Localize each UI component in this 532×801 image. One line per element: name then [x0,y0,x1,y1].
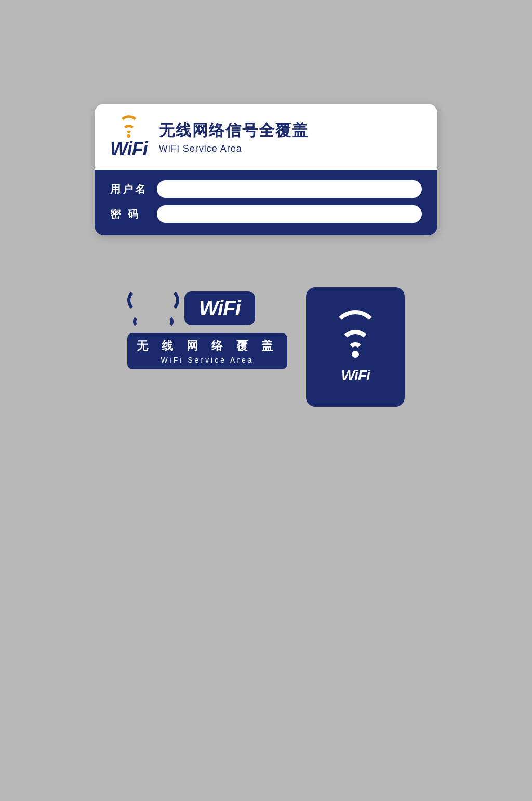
wifi-icon-label: WiFi [341,367,370,384]
bcast-right-arcs [155,288,179,328]
password-field-row: 密 码 [110,205,422,223]
left-wifi-group: WiFi 无 线 网 络 覆 盖 WiFi Service Area [127,287,288,369]
broadcast-icon [127,287,179,329]
username-label: 用户名 [110,182,152,196]
bcast-arc-left-sm [133,315,145,328]
wifi-badge: WiFi [184,291,255,325]
bcast-arc-right-lg [155,288,179,312]
card1-english-subtitle: WiFi Service Area [159,143,309,154]
left-top-row: WiFi [127,287,255,329]
wifi-text-block: 无 线 网 络 覆 盖 WiFi Service Area [127,333,288,369]
bcast-arc-left-lg [127,288,151,312]
wifi-text-logo: WiFi [110,140,148,158]
password-input-bar[interactable] [157,205,422,223]
card1-title-area: 无线网络信号全覆盖 WiFi Service Area [159,120,309,154]
wifi-icon-block: WiFi [306,287,405,407]
card1-chinese-title: 无线网络信号全覆盖 [159,120,309,141]
card1-header: WiFi 无线网络信号全覆盖 WiFi Service Area [95,104,437,170]
password-label: 密 码 [110,207,152,221]
username-input-bar[interactable] [157,180,422,198]
wifi-symbol-white [332,310,379,358]
bcast-left-arcs [127,288,151,328]
bottom-row: WiFi 无 线 网 络 覆 盖 WiFi Service Area WiFi [127,287,405,407]
username-field-row: 用户名 [110,180,422,198]
text-block-english: WiFi Service Area [137,356,278,364]
wifi-logo-area: WiFi [110,115,148,158]
wifi-badge-text: WiFi [199,297,241,320]
wifi-info-card: WiFi 无线网络信号全覆盖 WiFi Service Area 用户名 密 码 [95,104,437,235]
wifi-symbol-orange [118,115,139,138]
bcast-arc-right-sm [161,315,174,328]
card1-credentials: 用户名 密 码 [95,170,437,235]
text-block-chinese: 无 线 网 络 覆 盖 [137,338,278,354]
